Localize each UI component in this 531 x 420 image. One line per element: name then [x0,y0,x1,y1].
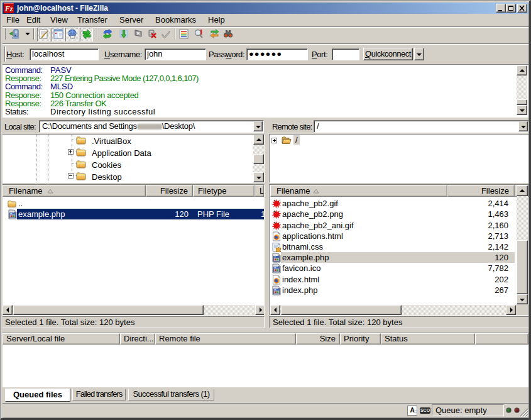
svg-text:Fz: Fz [4,4,13,13]
